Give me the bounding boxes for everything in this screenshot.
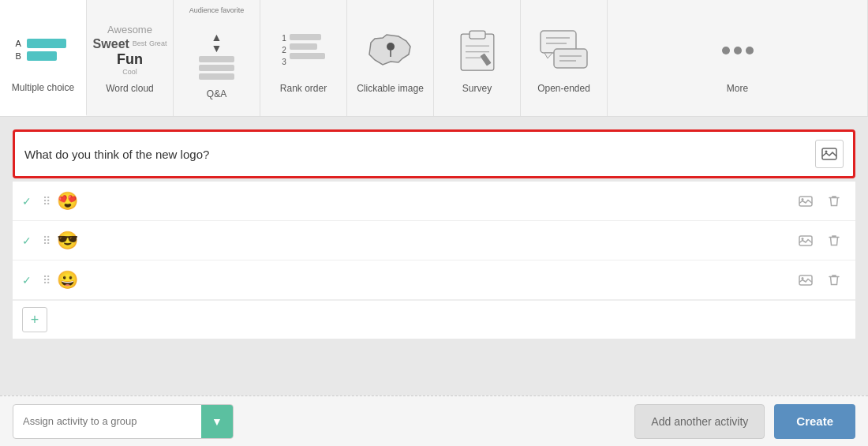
drag-handle[interactable]: ⠿	[43, 274, 51, 287]
drag-handle[interactable]: ⠿	[43, 195, 51, 208]
answer-image-button[interactable]	[794, 268, 817, 292]
svg-rect-3	[470, 31, 485, 39]
rank-order-icon: 1 2 3	[276, 23, 331, 78]
answer-row: ✓ ⠿ 😍	[13, 182, 855, 221]
multiple-choice-icon: A B	[16, 22, 71, 77]
activity-toolbar: A B Multiple choice Awesome Sweet Best G…	[0, 0, 868, 117]
check-icon: ✓	[22, 234, 36, 247]
svg-point-0	[387, 43, 395, 51]
toolbar-item-more[interactable]: More	[608, 0, 868, 116]
svg-point-22	[802, 277, 804, 279]
answer-actions	[794, 189, 846, 213]
add-activity-button[interactable]: Add another activity	[634, 404, 765, 439]
audience-favorite-badge: Audience favorite	[189, 6, 245, 14]
clickable-image-icon	[363, 23, 418, 78]
toolbar-item-survey[interactable]: Survey	[434, 0, 521, 116]
open-ended-label: Open-ended	[537, 83, 590, 94]
question-image-button[interactable]	[815, 140, 844, 168]
clickable-image-label: Clickable image	[357, 83, 424, 94]
toolbar-item-open-ended[interactable]: Open-ended	[521, 0, 608, 116]
svg-marker-11	[544, 53, 552, 58]
answer-emoji: 😎	[57, 230, 78, 251]
create-button[interactable]: Create	[774, 404, 855, 439]
answer-delete-button[interactable]	[822, 229, 846, 253]
svg-point-16	[825, 151, 828, 153]
check-icon: ✓	[22, 195, 36, 208]
answer-input[interactable]	[84, 195, 788, 208]
group-select-dropdown[interactable]: ▼	[201, 405, 233, 438]
drag-handle[interactable]: ⠿	[43, 234, 51, 247]
answers-container: ✓ ⠿ 😍 ✓	[13, 182, 855, 300]
answer-emoji: 😍	[57, 191, 78, 212]
word-cloud-icon: Awesome Sweet Best Great Fun Cool	[103, 23, 158, 78]
chevron-down-icon: ▼	[211, 415, 223, 428]
check-icon: ✓	[22, 274, 36, 287]
answer-row: ✓ ⠿ 😀	[13, 260, 855, 300]
answer-input[interactable]	[84, 274, 788, 287]
toolbar-item-rank-order[interactable]: 1 2 3 Rank order	[260, 0, 347, 116]
word-cloud-label: Word cloud	[106, 83, 153, 94]
toolbar-item-word-cloud[interactable]: Awesome Sweet Best Great Fun Cool Word c…	[87, 0, 174, 116]
more-icon	[710, 23, 765, 78]
svg-point-20	[802, 238, 804, 240]
main-content: ✓ ⠿ 😍 ✓	[0, 117, 868, 395]
question-input[interactable]	[24, 148, 815, 161]
svg-rect-12	[554, 49, 587, 68]
more-label: More	[727, 83, 748, 94]
answer-input[interactable]	[84, 234, 788, 247]
group-select-wrapper: ▼	[13, 404, 234, 439]
multiple-choice-label: Multiple choice	[12, 82, 74, 93]
survey-label: Survey	[462, 83, 492, 94]
answer-image-button[interactable]	[794, 189, 817, 213]
svg-point-18	[802, 198, 804, 201]
qa-icon: ▲ ▼	[189, 28, 245, 84]
toolbar-item-qa[interactable]: Audience favorite ▲ ▼ Q&A	[174, 0, 260, 116]
add-answer-row: +	[13, 300, 855, 339]
toolbar-item-clickable-image[interactable]: Clickable image	[347, 0, 434, 116]
survey-icon	[450, 23, 505, 78]
answer-actions	[794, 229, 846, 253]
answer-emoji: 😀	[57, 270, 78, 290]
rank-order-label: Rank order	[280, 83, 327, 94]
toolbar-item-multiple-choice[interactable]: A B Multiple choice	[0, 0, 87, 116]
question-row	[13, 129, 855, 178]
answer-row: ✓ ⠿ 😎	[13, 221, 855, 260]
bottom-bar: ▼ Add another activity Create	[0, 395, 868, 446]
answer-image-button[interactable]	[794, 229, 817, 253]
add-answer-button[interactable]: +	[22, 307, 47, 332]
group-select-input[interactable]	[13, 415, 201, 427]
qa-label: Q&A	[207, 88, 226, 99]
answer-actions	[794, 268, 846, 292]
answer-delete-button[interactable]	[822, 268, 846, 292]
answer-delete-button[interactable]	[822, 189, 846, 213]
open-ended-icon	[537, 23, 592, 78]
